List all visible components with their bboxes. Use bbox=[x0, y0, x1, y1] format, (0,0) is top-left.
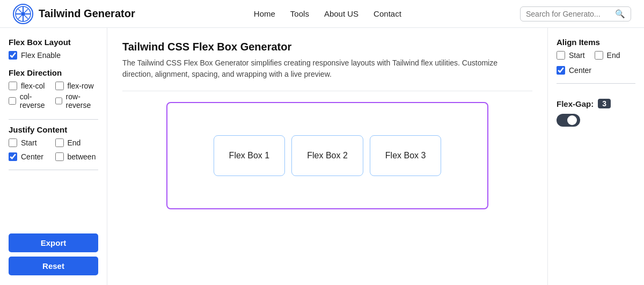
flex-gap-badge: 3 bbox=[598, 99, 611, 108]
search-icon: 🔍 bbox=[615, 9, 625, 19]
justify-grid: Start End Center between bbox=[9, 138, 98, 164]
nav-tools[interactable]: Tools bbox=[290, 9, 309, 18]
flex-box-1: Flex Box 1 bbox=[214, 135, 286, 176]
flex-row-label[interactable]: flex-row bbox=[68, 82, 94, 90]
justify-content-title: Justify Content bbox=[9, 125, 98, 134]
align-center-checkbox[interactable] bbox=[557, 66, 565, 75]
align-start-checkbox[interactable] bbox=[557, 51, 565, 60]
justify-center-row: Center bbox=[9, 152, 52, 161]
right-divider bbox=[557, 83, 635, 84]
nav-contact[interactable]: Contact bbox=[374, 9, 401, 18]
main-nav: Home Tools About US Contact bbox=[135, 9, 520, 18]
col-reverse-checkbox[interactable] bbox=[9, 97, 16, 105]
flex-col-checkbox[interactable] bbox=[9, 82, 17, 90]
flex-gap-label-row: Flex-Gap: 3 bbox=[557, 99, 635, 108]
flex-box-2: Flex Box 2 bbox=[291, 135, 363, 176]
row-reverse-checkbox[interactable] bbox=[55, 97, 62, 105]
logo-title: Tailwind Generator bbox=[39, 8, 135, 20]
align-start-label[interactable]: Start bbox=[569, 51, 585, 60]
flex-enable-checkbox[interactable] bbox=[9, 51, 17, 60]
toggle-slider bbox=[557, 114, 580, 127]
align-start-row: Start bbox=[557, 51, 585, 60]
flex-preview-container: Flex Box 1 Flex Box 2 Flex Box 3 bbox=[166, 102, 488, 209]
flex-gap-text: Flex-Gap: bbox=[557, 99, 594, 108]
export-button[interactable]: Export bbox=[9, 233, 98, 252]
divider-1 bbox=[9, 119, 98, 120]
justify-start-checkbox[interactable] bbox=[9, 138, 17, 147]
flex-box-3: Flex Box 3 bbox=[370, 135, 442, 176]
col-reverse-label[interactable]: col-reverse bbox=[20, 92, 52, 109]
flex-col-label[interactable]: flex-col bbox=[21, 82, 45, 90]
dir-flex-row-row: flex-row bbox=[55, 82, 99, 90]
main-layout: Flex Box Layout Flex Enable Flex Directi… bbox=[0, 28, 644, 285]
justify-start-label[interactable]: Start bbox=[21, 138, 37, 147]
page-heading: Tailwind CSS Flex Box Generator bbox=[122, 41, 532, 53]
align-center-row: Center bbox=[557, 66, 635, 75]
flex-enable-row: Flex Enable bbox=[9, 51, 98, 60]
flex-direction-title: Flex Direction bbox=[9, 68, 98, 77]
align-end-label[interactable]: End bbox=[607, 51, 620, 60]
flex-enable-label[interactable]: Flex Enable bbox=[21, 51, 61, 60]
nav-about[interactable]: About US bbox=[324, 9, 358, 18]
flex-gap-toggle[interactable] bbox=[557, 114, 580, 127]
nav-home[interactable]: Home bbox=[254, 9, 275, 18]
justify-between-row: between bbox=[55, 152, 99, 161]
flex-gap-toggle-container bbox=[557, 114, 635, 127]
align-items-grid: Start End Center bbox=[557, 51, 635, 78]
row-reverse-label[interactable]: row-reverse bbox=[66, 92, 98, 109]
justify-end-label[interactable]: End bbox=[68, 138, 81, 147]
align-start-end-row: Start End bbox=[557, 51, 635, 63]
justify-center-checkbox[interactable] bbox=[9, 152, 17, 161]
justify-end-row: End bbox=[55, 138, 99, 147]
left-sidebar: Flex Box Layout Flex Enable Flex Directi… bbox=[0, 28, 107, 285]
header: Tailwind Generator Home Tools About US C… bbox=[0, 0, 644, 28]
logo-area: Tailwind Generator bbox=[13, 4, 135, 24]
reset-button[interactable]: Reset bbox=[9, 257, 98, 275]
flex-direction-grid: flex-col flex-row col-reverse row-revers… bbox=[9, 82, 98, 109]
justify-between-checkbox[interactable] bbox=[55, 152, 64, 161]
justify-start-row: Start bbox=[9, 138, 52, 147]
justify-end-checkbox[interactable] bbox=[55, 138, 64, 147]
align-end-checkbox[interactable] bbox=[595, 51, 603, 60]
logo-icon bbox=[13, 4, 33, 24]
align-center-label[interactable]: Center bbox=[569, 66, 591, 75]
preview-divider bbox=[122, 91, 532, 91]
search-area[interactable]: 🔍 bbox=[520, 6, 631, 21]
dir-col-reverse-row: col-reverse bbox=[9, 92, 52, 109]
divider-2 bbox=[9, 170, 98, 170]
main-content: Tailwind CSS Flex Box Generator The Tail… bbox=[107, 28, 547, 285]
justify-between-label[interactable]: between bbox=[68, 152, 96, 161]
justify-center-label[interactable]: Center bbox=[21, 152, 43, 161]
svg-point-6 bbox=[21, 12, 25, 16]
align-items-title: Align Items bbox=[557, 38, 635, 47]
flex-row-checkbox[interactable] bbox=[55, 82, 64, 90]
dir-flex-col-row: flex-col bbox=[9, 82, 52, 90]
align-end-row: End bbox=[595, 51, 620, 60]
right-sidebar: Align Items Start End Center Flex-Gap: 3 bbox=[547, 28, 644, 285]
dir-row-reverse-row: row-reverse bbox=[55, 92, 99, 109]
page-desc: The Tailwind CSS Flex Box Generator simp… bbox=[122, 57, 498, 80]
flex-box-layout-title: Flex Box Layout bbox=[9, 38, 98, 47]
search-input[interactable] bbox=[526, 10, 612, 18]
